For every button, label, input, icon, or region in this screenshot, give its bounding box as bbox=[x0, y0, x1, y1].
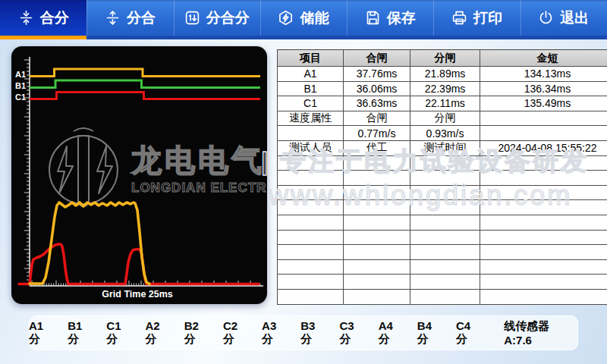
table-cell bbox=[278, 185, 344, 200]
table-row-empty bbox=[278, 185, 607, 200]
status-item: B3 分 bbox=[300, 319, 329, 347]
table-cell bbox=[278, 275, 344, 290]
tab-energy-storage[interactable]: 储能 bbox=[260, 0, 347, 39]
table-cell bbox=[410, 289, 480, 304]
table-cell bbox=[410, 259, 480, 275]
table-row-empty bbox=[278, 171, 607, 186]
table-row: A137.76ms21.89ms134.13ms bbox=[278, 67, 607, 82]
table-cell bbox=[410, 245, 480, 260]
line-sensor-value: 线传感器 A:7.6 bbox=[504, 319, 578, 347]
table-cell bbox=[344, 259, 410, 275]
save-icon bbox=[365, 10, 381, 26]
table-cell bbox=[278, 289, 344, 304]
table-cell bbox=[480, 200, 607, 215]
tab-open-close[interactable]: 分合 bbox=[86, 0, 173, 39]
table-row-empty bbox=[278, 155, 607, 171]
tab-label: 分合分 bbox=[206, 8, 250, 28]
status-item: A4 分 bbox=[379, 319, 407, 347]
table-cell bbox=[278, 215, 344, 230]
trace-c1-contact bbox=[30, 93, 260, 99]
trace-a1-contact bbox=[30, 69, 260, 77]
status-item: B4 分 bbox=[417, 319, 445, 347]
table-cell: 2024-04-08 15:55:22 bbox=[480, 140, 607, 155]
table-cell: 速度属性 bbox=[278, 111, 344, 126]
col-header: 金短 bbox=[480, 50, 607, 67]
status-item: B2 分 bbox=[184, 319, 212, 347]
table-cell: 36.06ms bbox=[344, 81, 410, 96]
channel-label-a1: A1 bbox=[15, 70, 26, 79]
table-cell: 22.11ms bbox=[410, 96, 480, 111]
status-item: A3 分 bbox=[262, 319, 290, 347]
status-item: C1 分 bbox=[106, 319, 134, 347]
table-row-empty bbox=[278, 289, 607, 304]
tab-save[interactable]: 保存 bbox=[347, 0, 433, 39]
table-row-empty bbox=[278, 275, 607, 290]
table-row: 测试人员代工测试时间2024-04-08 15:55:22 bbox=[278, 140, 607, 155]
table-row: B136.06ms22.39ms136.34ms bbox=[278, 81, 607, 96]
table-cell: 分闸 bbox=[410, 111, 480, 126]
tab-label: 保存 bbox=[387, 8, 416, 28]
col-header: 分闸 bbox=[410, 50, 480, 67]
table-cell: 测试人员 bbox=[278, 140, 344, 155]
table-cell bbox=[278, 259, 344, 275]
printer-icon bbox=[451, 10, 467, 26]
tab-label: 打印 bbox=[473, 8, 502, 28]
table-cell: 135.49ms bbox=[480, 96, 607, 111]
table-cell: 代工 bbox=[344, 140, 410, 155]
tab-exit[interactable]: 退出 bbox=[521, 0, 607, 39]
table-cell: 22.39ms bbox=[410, 81, 480, 96]
table-row-empty bbox=[278, 259, 607, 275]
table-cell bbox=[480, 289, 607, 304]
table-row-empty bbox=[278, 245, 607, 260]
channel-label-b1: B1 bbox=[15, 81, 26, 90]
table-cell bbox=[344, 230, 410, 245]
status-item: A1 分 bbox=[29, 319, 57, 347]
table-cell bbox=[480, 259, 607, 275]
tab-close-open[interactable]: 合分 bbox=[0, 0, 86, 39]
table-cell bbox=[410, 215, 480, 230]
table-cell: 0.93m/s bbox=[410, 126, 480, 141]
table-cell: 21.89ms bbox=[410, 67, 480, 82]
table-cell bbox=[410, 275, 480, 290]
table-cell: 测试时间 bbox=[410, 140, 480, 155]
table-cell bbox=[278, 171, 344, 186]
table-cell bbox=[410, 185, 480, 200]
table-cell bbox=[344, 289, 410, 304]
table-cell: 0.77m/s bbox=[344, 126, 410, 141]
table-cell bbox=[480, 215, 607, 230]
channel-label-c1: C1 bbox=[15, 93, 26, 102]
table-row: C136.63ms22.11ms135.49ms bbox=[278, 96, 607, 111]
col-header: 合闸 bbox=[344, 50, 410, 67]
trace-coil-current-yellow bbox=[30, 202, 149, 284]
table-cell bbox=[480, 230, 607, 245]
table-row-empty bbox=[278, 230, 607, 245]
table-cell bbox=[410, 171, 480, 186]
tab-label: 储能 bbox=[300, 8, 329, 28]
tab-open-close-open[interactable]: 分合分 bbox=[174, 0, 260, 39]
table-cell bbox=[344, 171, 410, 186]
tab-label: 合分 bbox=[40, 8, 69, 28]
status-item: C3 分 bbox=[339, 319, 367, 347]
status-item: A2 分 bbox=[146, 319, 174, 347]
split-arrows-icon bbox=[105, 10, 121, 26]
table-cell: A1 bbox=[278, 67, 344, 82]
sequence-box-icon bbox=[184, 10, 200, 26]
trace-coil-current-red bbox=[19, 244, 259, 284]
grid-time-label: Grid Time 25ms bbox=[102, 289, 173, 300]
table-cell bbox=[480, 155, 607, 171]
table-cell bbox=[278, 200, 344, 215]
navbar: 合分分合分合分储能保存打印退出 bbox=[0, 0, 607, 39]
table-row: 速度属性合闸分闸 bbox=[278, 111, 607, 126]
table-cell bbox=[344, 275, 410, 290]
longdian-logo-watermark bbox=[49, 128, 118, 206]
table-cell bbox=[278, 126, 344, 141]
table-row: 0.77m/s0.93m/s bbox=[278, 126, 607, 141]
table-cell bbox=[344, 185, 410, 200]
tab-print[interactable]: 打印 bbox=[433, 0, 520, 39]
merge-arrows-icon bbox=[18, 10, 34, 26]
oscillogram-chart: 龙电电气 LONGDIAN ELECTRIC A1 B1 C1 Grid Tim… bbox=[11, 46, 267, 304]
status-item: C2 分 bbox=[223, 319, 251, 347]
results-table: 项目合闸分闸金短 A137.76ms21.89ms134.13msB136.06… bbox=[277, 49, 607, 305]
table-cell bbox=[480, 275, 607, 290]
status-item: B1 分 bbox=[68, 319, 96, 347]
